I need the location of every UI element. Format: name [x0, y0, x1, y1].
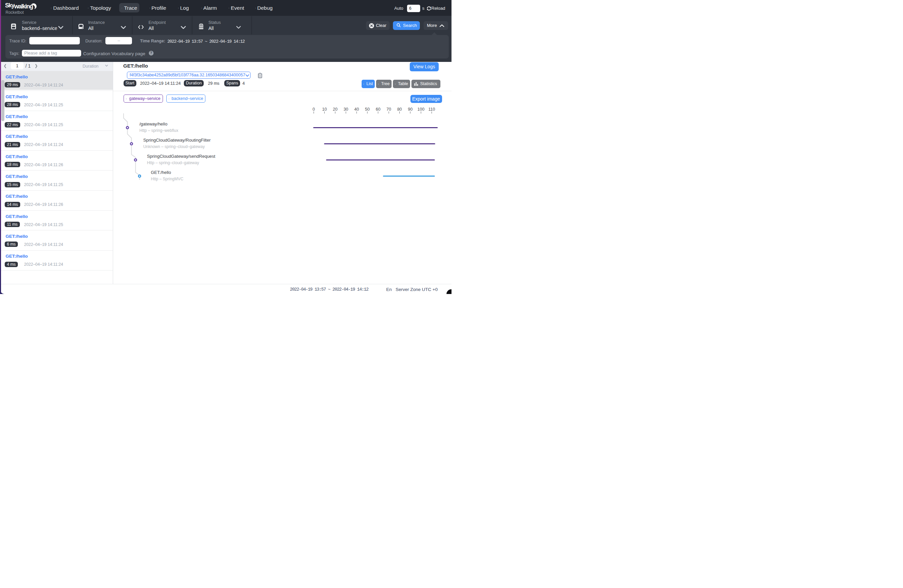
svg-text:Http – spring–cloud–gateway: Http – spring–cloud–gateway — [147, 160, 199, 165]
svg-text:10: 10 — [322, 107, 327, 112]
svg-text:Unknown – spring–cloud–gateway: Unknown – spring–cloud–gateway — [143, 144, 205, 149]
svg-text:GET:/hello: GET:/hello — [151, 169, 171, 175]
svg-text:SpringCloudGateway/RoutingFilt: SpringCloudGateway/RoutingFilter — [143, 137, 211, 142]
svg-text:40: 40 — [354, 107, 359, 112]
svg-text:80: 80 — [397, 107, 402, 112]
svg-text:50: 50 — [365, 107, 370, 112]
svg-text:20: 20 — [333, 107, 338, 112]
svg-text:0: 0 — [313, 107, 315, 112]
svg-text:100: 100 — [417, 107, 425, 112]
svg-text:Http – spring–webflux: Http – spring–webflux — [139, 128, 178, 133]
svg-text:Http – SpringMVC: Http – SpringMVC — [151, 177, 184, 181]
svg-text:30: 30 — [343, 107, 348, 112]
svg-text:60: 60 — [376, 107, 381, 112]
svg-text:90: 90 — [408, 107, 412, 112]
svg-text:SpringCloudGateway/sendRequest: SpringCloudGateway/sendRequest — [147, 154, 215, 158]
svg-text:110: 110 — [428, 107, 435, 112]
svg-text:70: 70 — [387, 107, 391, 112]
svg-text:/gateway/hello: /gateway/hello — [139, 121, 167, 126]
